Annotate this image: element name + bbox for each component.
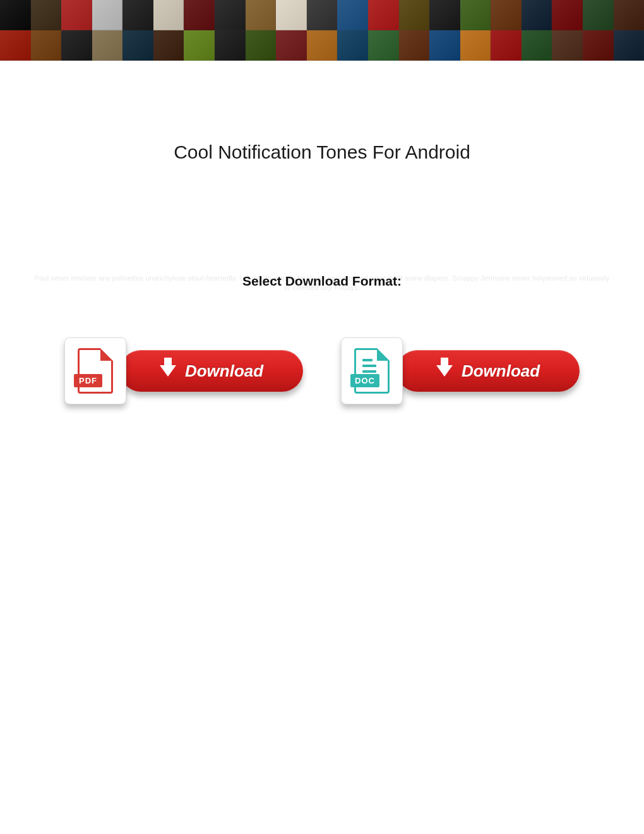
collage-tile bbox=[184, 30, 215, 61]
header-collage bbox=[0, 0, 644, 61]
download-doc[interactable]: DOC Download bbox=[341, 337, 580, 404]
collage-tile bbox=[552, 30, 583, 61]
collage-tile bbox=[31, 30, 62, 61]
collage-tile bbox=[399, 0, 430, 30]
collage-tile bbox=[0, 0, 31, 30]
download-doc-label: Download bbox=[462, 361, 540, 381]
download-pdf-button[interactable]: Download bbox=[120, 350, 303, 392]
collage-tile bbox=[429, 30, 460, 61]
collage-tile bbox=[583, 30, 614, 61]
collage-tile bbox=[399, 30, 430, 61]
collage-tile bbox=[307, 30, 338, 61]
download-arrow-icon bbox=[160, 365, 176, 377]
download-options: PDF Download DOC Download bbox=[0, 337, 644, 404]
collage-tile bbox=[276, 0, 307, 30]
doc-badge: DOC bbox=[350, 374, 379, 387]
collage-tile bbox=[614, 30, 644, 61]
download-doc-button[interactable]: Download bbox=[397, 350, 580, 392]
collage-tile bbox=[215, 0, 246, 30]
collage-tile bbox=[522, 0, 552, 30]
collage-tile bbox=[0, 30, 31, 61]
collage-tile bbox=[491, 0, 522, 30]
collage-tile bbox=[276, 30, 307, 61]
collage-tile bbox=[122, 0, 153, 30]
collage-tile bbox=[61, 30, 92, 61]
collage-tile bbox=[92, 30, 123, 61]
collage-tile bbox=[307, 0, 338, 30]
collage-tile bbox=[153, 30, 184, 61]
download-pdf[interactable]: PDF Download bbox=[64, 337, 303, 404]
collage-tile bbox=[460, 30, 491, 61]
collage-tile bbox=[614, 0, 644, 30]
collage-tile bbox=[583, 0, 614, 30]
collage-tile bbox=[368, 30, 399, 61]
collage-tile bbox=[246, 30, 277, 61]
collage-tile bbox=[552, 0, 583, 30]
collage-tile bbox=[429, 0, 460, 30]
pdf-icon: PDF bbox=[78, 348, 113, 394]
collage-tile bbox=[246, 0, 277, 30]
collage-tile bbox=[184, 0, 215, 30]
format-section: Poul never mishear any palmettos unanchy… bbox=[0, 274, 644, 296]
collage-tile bbox=[460, 0, 491, 30]
collage-tile bbox=[337, 30, 368, 61]
collage-tile bbox=[368, 0, 399, 30]
collage-tile bbox=[522, 30, 552, 61]
collage-tile bbox=[122, 30, 153, 61]
download-pdf-label: Download bbox=[185, 361, 263, 381]
doc-file-card: DOC bbox=[341, 337, 403, 404]
doc-icon: DOC bbox=[354, 348, 390, 394]
pdf-file-card: PDF bbox=[64, 337, 126, 404]
select-format-label: Select Download Format: bbox=[0, 274, 644, 289]
collage-tile bbox=[153, 0, 184, 30]
collage-tile bbox=[92, 0, 123, 30]
collage-tile bbox=[31, 0, 62, 30]
page-title: Cool Notification Tones For Android bbox=[0, 142, 644, 163]
pdf-badge: PDF bbox=[74, 374, 102, 387]
download-arrow-icon bbox=[436, 365, 453, 377]
collage-tile bbox=[61, 0, 92, 30]
collage-tile bbox=[215, 30, 246, 61]
collage-tile bbox=[491, 30, 522, 61]
collage-tile bbox=[337, 0, 368, 30]
